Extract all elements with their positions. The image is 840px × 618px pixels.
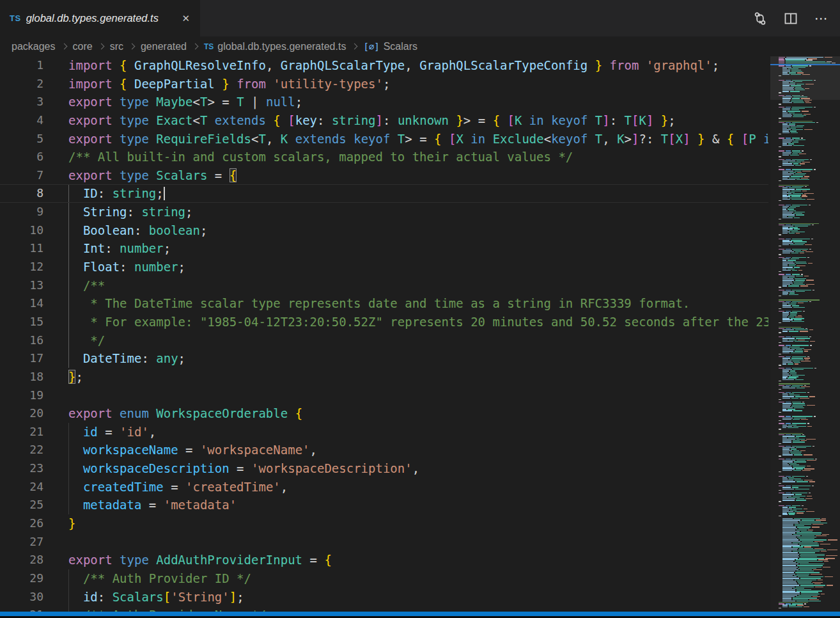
line-number[interactable]: 20 [0, 404, 43, 423]
line-number[interactable]: 25 [0, 496, 43, 514]
line-number[interactable]: 1 [0, 56, 43, 75]
code-line-16[interactable]: 16 */ [0, 331, 768, 350]
line-number[interactable]: 24 [0, 478, 43, 496]
code-line-29[interactable]: 29 /** Auth Provider ID */ [0, 569, 768, 588]
code-line-2[interactable]: 2import { DeepPartial } from 'utility-ty… [0, 75, 768, 93]
tab-bar: TS global.db.types.generated.ts ✕ [0, 0, 840, 36]
split-editor-icon[interactable] [784, 12, 798, 26]
code-line-8[interactable]: 8 ID: string; [0, 184, 768, 203]
code-line-17[interactable]: 17 DateTime: any; [0, 349, 768, 368]
code-line-12[interactable]: 12 Float: number; [0, 258, 768, 276]
code-area: 1import { GraphQLResolveInfo, GraphQLSca… [0, 56, 768, 612]
line-number[interactable]: 16 [0, 331, 43, 350]
code-line-23[interactable]: 23 workspaceDescription = 'workspaceDesc… [0, 459, 768, 478]
code-line-10[interactable]: 10 Boolean: boolean; [0, 221, 768, 240]
code-text: createdTime = 'createdTime', [68, 478, 288, 496]
tab-global-db-types-generated[interactable]: TS global.db.types.generated.ts ✕ [0, 0, 200, 36]
line-number[interactable]: 12 [0, 258, 43, 276]
breadcrumb: packagescoresrcgeneratedTSglobal.db.type… [0, 36, 840, 56]
line-number[interactable]: 31 [0, 606, 43, 612]
symbol-type-icon: [∅] [363, 42, 379, 52]
code-text: import { GraphQLResolveInfo, GraphQLScal… [68, 56, 719, 75]
code-line-27[interactable]: 27 [0, 533, 768, 551]
code-line-30[interactable]: 30 id: Scalars['String']; [0, 588, 768, 606]
line-number[interactable]: 17 [0, 349, 43, 368]
code-line-6[interactable]: 6/** All built-in and custom scalars, ma… [0, 148, 768, 166]
line-number[interactable]: 29 [0, 569, 43, 588]
line-number[interactable]: 6 [0, 148, 43, 166]
breadcrumb-item-src[interactable]: src [110, 41, 123, 52]
line-number[interactable]: 22 [0, 441, 43, 459]
tab-title: global.db.types.generated.ts [26, 12, 173, 24]
code-text: Float: number; [68, 258, 185, 276]
open-changes-icon[interactable] [753, 12, 767, 26]
line-number[interactable]: 2 [0, 75, 43, 93]
code-line-1[interactable]: 1import { GraphQLResolveInfo, GraphQLSca… [0, 56, 768, 75]
code-text: export enum WorkspaceOrderable { [68, 404, 302, 423]
minimap-cursor-line [770, 64, 840, 65]
text-cursor [164, 187, 165, 200]
line-number[interactable]: 18 [0, 368, 43, 386]
code-text: /** All built-in and custom scalars, map… [68, 148, 573, 166]
close-icon[interactable]: ✕ [179, 12, 192, 26]
breadcrumb-item-scalars[interactable]: [∅]Scalars [363, 41, 417, 52]
code-line-15[interactable]: 15 * For example: "1985-04-12T23:20:50.5… [0, 313, 768, 331]
code-text: * The DateTime scalar type represents da… [68, 294, 690, 313]
code-line-19[interactable]: 19 [0, 386, 768, 405]
line-number[interactable]: 7 [0, 166, 43, 185]
code-line-18[interactable]: 18}; [0, 368, 768, 386]
minimap[interactable] [770, 56, 840, 612]
status-bar [0, 612, 840, 616]
code-line-26[interactable]: 26} [0, 514, 768, 533]
code-line-11[interactable]: 11 Int: number; [0, 239, 768, 258]
code-line-22[interactable]: 22 workspaceName = 'workspaceName', [0, 441, 768, 459]
line-number[interactable]: 27 [0, 533, 43, 551]
code-text: id = 'id', [68, 423, 156, 441]
line-number[interactable]: 30 [0, 588, 43, 606]
breadcrumb-item-generated[interactable]: generated [141, 41, 187, 52]
code-text: id: Scalars['String']; [68, 588, 244, 606]
code-text: /** Auth Provider Name */ [68, 606, 266, 612]
line-number[interactable]: 3 [0, 93, 43, 111]
line-number[interactable]: 8 [0, 184, 43, 203]
line-number[interactable]: 28 [0, 551, 43, 569]
code-text: export type Maybe<T> = T | null; [68, 93, 302, 111]
line-number[interactable]: 5 [0, 130, 43, 148]
code-text: ID: string; [68, 184, 165, 203]
code-line-20[interactable]: 20export enum WorkspaceOrderable { [0, 404, 768, 423]
breadcrumb-item-core[interactable]: core [73, 41, 93, 52]
code-line-4[interactable]: 4export type Exact<T extends { [key: str… [0, 111, 768, 130]
code-line-21[interactable]: 21 id = 'id', [0, 423, 768, 441]
code-line-25[interactable]: 25 metadata = 'metadata' [0, 496, 768, 514]
more-actions-icon[interactable]: ⋯ [814, 11, 828, 26]
typescript-file-icon: TS [10, 13, 21, 23]
line-number[interactable]: 10 [0, 221, 43, 240]
line-number[interactable]: 26 [0, 514, 43, 533]
chevron-right-icon [129, 44, 136, 50]
code-line-24[interactable]: 24 createdTime = 'createdTime', [0, 478, 768, 496]
code-line-9[interactable]: 9 String: string; [0, 203, 768, 221]
code-line-7[interactable]: 7export type Scalars = { [0, 166, 768, 185]
breadcrumb-item-global-db-types-generated-ts[interactable]: TSglobal.db.types.generated.ts [204, 41, 346, 52]
line-number[interactable]: 21 [0, 423, 43, 441]
code-line-13[interactable]: 13 /** [0, 276, 768, 295]
code-line-3[interactable]: 3export type Maybe<T> = T | null; [0, 93, 768, 111]
code-text: String: string; [68, 203, 193, 221]
code-line-5[interactable]: 5export type RequireFields<T, K extends … [0, 130, 768, 148]
code-text: export type AddAuthProviderInput = { [68, 551, 332, 569]
minimap-slider[interactable] [770, 56, 840, 100]
code-line-28[interactable]: 28export type AddAuthProviderInput = { [0, 551, 768, 569]
line-number[interactable]: 23 [0, 459, 43, 478]
line-number[interactable]: 11 [0, 239, 43, 258]
code-text: /** [68, 276, 105, 295]
line-number[interactable]: 14 [0, 294, 43, 313]
line-number[interactable]: 9 [0, 203, 43, 221]
line-number[interactable]: 4 [0, 111, 43, 130]
line-number[interactable]: 19 [0, 386, 43, 405]
breadcrumb-item-packages[interactable]: packages [12, 41, 56, 52]
code-line-31[interactable]: 31 /** Auth Provider Name */ [0, 606, 768, 612]
line-number[interactable]: 13 [0, 276, 43, 295]
editor[interactable]: 1import { GraphQLResolveInfo, GraphQLSca… [0, 56, 840, 612]
line-number[interactable]: 15 [0, 313, 43, 331]
code-line-14[interactable]: 14 * The DateTime scalar type represents… [0, 294, 768, 313]
